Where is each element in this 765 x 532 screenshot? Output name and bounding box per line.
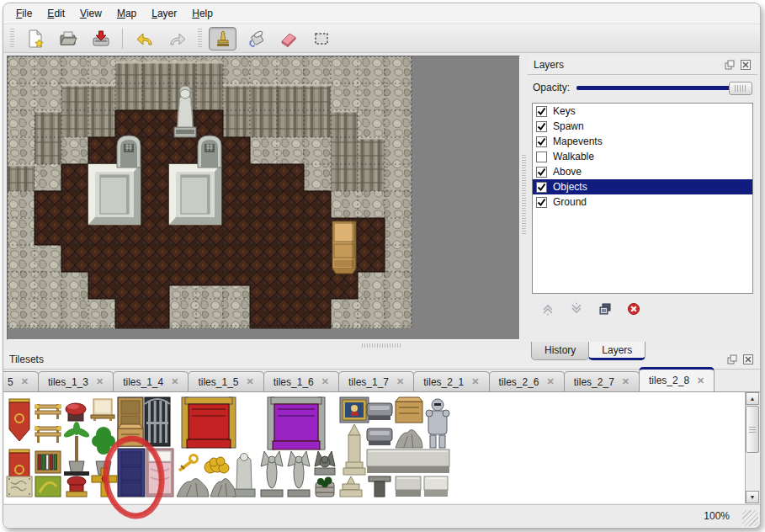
layer-row-spawn[interactable]: Spawn [533,119,752,134]
move-layer-up-button[interactable] [539,301,557,317]
opacity-slider-track[interactable] [576,86,751,90]
close-tab-icon[interactable]: ✕ [697,375,704,386]
layer-row-walkable[interactable]: Walkable [533,149,752,164]
tileset-tab-tiles_2_6[interactable]: tiles_2_6✕ [489,371,565,391]
resize-grip[interactable] [742,510,758,526]
menu-help[interactable]: Help [184,5,220,22]
close-tab-icon[interactable]: ✕ [471,376,479,387]
tileset-tab-tiles_2_8[interactable]: tiles_2_8✕ [639,367,715,391]
tile-loom-2[interactable] [35,426,61,443]
close-tab-icon[interactable]: ✕ [246,376,253,387]
eraser-tool-button[interactable] [274,27,302,51]
tile-stone-ledge-2[interactable] [396,476,421,497]
layer-checkbox[interactable] [536,106,547,117]
map-canvas[interactable] [7,56,520,340]
layer-row-ground[interactable]: Ground [533,194,752,210]
layer-row-above[interactable]: Above [533,164,752,179]
layer-row-mapevents[interactable]: Mapevents [533,134,752,149]
tile-red-banner[interactable] [9,399,29,441]
new-map-button[interactable] [21,27,49,51]
opacity-slider-handle[interactable] [729,82,752,95]
close-tilesets-button[interactable] [742,354,754,365]
tile-armor-rubble[interactable] [396,429,422,448]
tile-king-portrait[interactable] [340,397,369,423]
tile-obelisk-small[interactable] [340,476,362,497]
tile-rock-mound-2[interactable] [210,478,236,497]
tile-gold-scepter[interactable] [179,455,198,471]
tile-green-flag[interactable] [35,476,61,497]
scrollbar-up-button[interactable]: ▲ [746,392,759,405]
tile-vanity-mirror[interactable] [91,399,114,421]
select-tool-button[interactable] [307,27,335,51]
menu-map[interactable]: Map [109,5,144,22]
tileset-tab-tiles_1_3[interactable]: tiles_1_3✕ [38,371,114,391]
close-tab-icon[interactable]: ✕ [96,376,104,387]
float-panel-button[interactable] [724,59,736,71]
horizontal-splitter[interactable] [3,340,760,350]
undo-button[interactable] [130,27,158,51]
tileset-tab-tiles_1_7[interactable]: tiles_1_7✕ [338,371,414,391]
close-tab-icon[interactable]: ✕ [321,376,329,387]
tileset-tab-tiles_1_6[interactable]: tiles_1_6✕ [263,371,339,391]
close-tab-icon[interactable]: ✕ [171,376,178,387]
float-tilesets-button[interactable] [726,354,738,365]
delete-layer-button[interactable] [624,301,643,317]
toolbar-drag-handle[interactable] [10,29,14,49]
tile-gold-cross[interactable] [92,468,117,497]
layer-row-objects[interactable]: Objects [533,179,752,194]
duplicate-layer-button[interactable] [596,301,614,317]
tile-iron-gate[interactable] [145,397,170,446]
close-panel-button[interactable] [740,59,752,71]
tab-layers[interactable]: Layers [588,342,645,360]
menu-view[interactable]: View [72,5,109,22]
tile-red-throne[interactable] [182,397,236,448]
tile-palm-plant[interactable] [62,422,91,475]
tab-history[interactable]: History [531,342,589,360]
vertical-splitter-grip[interactable] [522,155,526,236]
tile-potted-plant[interactable] [92,427,115,475]
vertical-splitter[interactable] [520,56,528,340]
tileset-scrollbar[interactable]: ▲ ▼ [745,392,759,503]
scrollbar-thumb[interactable] [746,406,759,453]
tile-wooden-dresser[interactable] [118,424,143,446]
scrollbar-down-button[interactable]: ▼ [746,491,759,503]
tile-parchment[interactable] [7,476,32,497]
tile-hooded-statue[interactable] [233,454,255,497]
close-tab-icon[interactable]: ✕ [21,376,29,387]
layer-checkbox[interactable] [536,136,547,147]
tile-gray-couch[interactable] [367,403,392,420]
tile-rock-mound[interactable] [177,478,209,497]
tile-stone-ledge[interactable] [367,450,449,473]
tile-purple-door[interactable] [118,449,145,497]
tile-stone-planter[interactable] [316,477,334,497]
tile-stone-pillar[interactable] [369,476,390,497]
fill-tool-button[interactable] [242,27,269,51]
tile-gargoyle-statue-1[interactable] [261,451,283,497]
map-canvas-art[interactable] [8,56,413,329]
horizontal-splitter-grip[interactable] [362,343,402,348]
tile-gargoyle-statue-2[interactable] [288,451,310,497]
tile-obelisk[interactable] [343,424,365,475]
close-tab-icon[interactable]: ✕ [396,376,404,387]
opacity-slider[interactable] [576,81,752,94]
redo-button[interactable] [163,27,191,51]
tileset-tab-tiles_1_4[interactable]: tiles_1_4✕ [113,371,189,391]
close-tab-icon[interactable]: ✕ [622,376,630,387]
tile-red-cushion[interactable] [66,403,86,421]
tile-gray-couch-2[interactable] [367,428,392,445]
menu-edit[interactable]: Edit [40,5,72,22]
menu-file[interactable]: File [8,5,40,22]
stamp-tool-button[interactable] [209,27,236,51]
tile-purple-throne[interactable] [268,397,325,450]
open-button[interactable] [54,27,82,51]
tileset-tab-tiles_2_7[interactable]: tiles_2_7✕ [564,371,640,391]
move-layer-down-button[interactable] [567,301,586,317]
layer-checkbox[interactable] [536,152,547,162]
tile-bookshelf[interactable] [35,451,61,473]
tile-gold-pile[interactable] [205,457,229,473]
tileset-tiles[interactable] [4,392,728,503]
tile-stone-ledge-3[interactable] [424,476,448,497]
tileset-tab-5[interactable]: 5✕ [3,371,39,391]
layer-checkbox[interactable] [536,167,547,178]
tile-wooden-crate[interactable] [396,397,422,423]
